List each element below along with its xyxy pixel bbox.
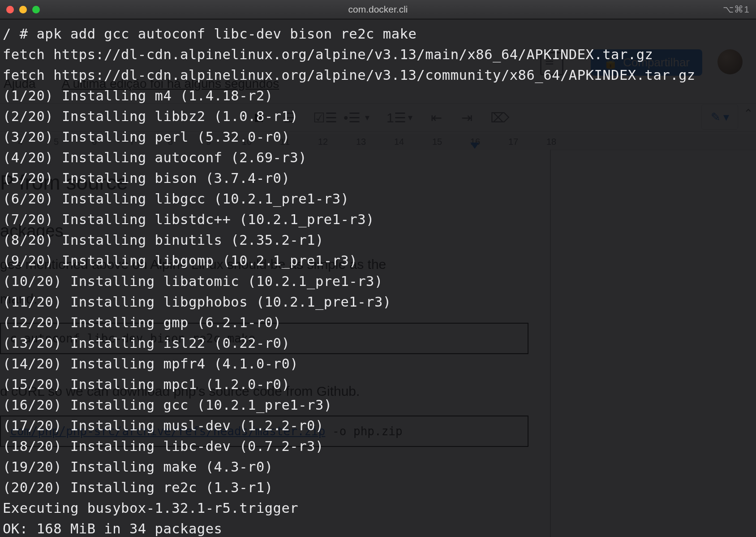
terminal-line: (18/20) Installing libc-dev (0.7.2-r3) bbox=[3, 436, 753, 457]
terminal-line: (20/20) Installing re2c (1.3-r1) bbox=[3, 477, 753, 498]
terminal-line: fetch https://dl-cdn.alpinelinux.org/alp… bbox=[3, 44, 753, 65]
terminal-line: fetch https://dl-cdn.alpinelinux.org/alp… bbox=[3, 65, 753, 86]
terminal-line: OK: 168 MiB in 34 packages bbox=[3, 519, 753, 537]
terminal-line: (6/20) Installing libgcc (10.2.1_pre1-r3… bbox=[3, 189, 753, 209]
terminal-line: (9/20) Installing libgomp (10.2.1_pre1-r… bbox=[3, 251, 753, 271]
terminal-line: (8/20) Installing binutils (2.35.2-r1) bbox=[3, 230, 753, 251]
terminal-line: Executing busybox-1.32.1-r5.trigger bbox=[3, 498, 753, 519]
terminal-line: (7/20) Installing libstdc++ (10.2.1_pre1… bbox=[3, 209, 753, 230]
terminal-line: (2/20) Installing libbz2 (1.0.8-r1) bbox=[3, 106, 753, 127]
window-controls[interactable] bbox=[6, 6, 40, 13]
terminal-line: (12/20) Installing gmp (6.2.1-r0) bbox=[3, 312, 753, 333]
terminal-line: / # apk add gcc autoconf libc-dev bison … bbox=[3, 24, 753, 44]
window-shortcut: ⌥⌘1 bbox=[723, 4, 750, 15]
terminal-line: (5/20) Installing bison (3.7.4-r0) bbox=[3, 168, 753, 189]
terminal-line: (14/20) Installing mpfr4 (4.1.0-r0) bbox=[3, 354, 753, 374]
terminal-line: (13/20) Installing isl22 (0.22-r0) bbox=[3, 333, 753, 354]
minimize-icon[interactable] bbox=[19, 6, 27, 13]
window-title: com.docker.cli bbox=[0, 4, 756, 15]
terminal-line: (4/20) Installing autoconf (2.69-r3) bbox=[3, 147, 753, 168]
terminal-titlebar[interactable]: com.docker.cli ⌥⌘1 bbox=[0, 0, 756, 19]
terminal-line: (15/20) Installing mpc1 (1.2.0-r0) bbox=[3, 374, 753, 395]
terminal-line: (19/20) Installing make (4.3-r0) bbox=[3, 457, 753, 477]
terminal-window[interactable]: com.docker.cli ⌥⌘1 / # apk add gcc autoc… bbox=[0, 0, 756, 537]
terminal-line: (16/20) Installing gcc (10.2.1_pre1-r3) bbox=[3, 395, 753, 416]
terminal-line: (10/20) Installing libatomic (10.2.1_pre… bbox=[3, 271, 753, 292]
close-icon[interactable] bbox=[6, 6, 14, 13]
maximize-icon[interactable] bbox=[32, 6, 40, 13]
terminal-line: (1/20) Installing m4 (1.4.18-r2) bbox=[3, 86, 753, 106]
terminal-line: (11/20) Installing libgphobos (10.2.1_pr… bbox=[3, 292, 753, 312]
terminal-line: (3/20) Installing perl (5.32.0-r0) bbox=[3, 127, 753, 147]
terminal-line: (17/20) Installing musl-dev (1.2.2-r0) bbox=[3, 416, 753, 436]
terminal-body[interactable]: / # apk add gcc autoconf libc-dev bison … bbox=[0, 19, 756, 537]
